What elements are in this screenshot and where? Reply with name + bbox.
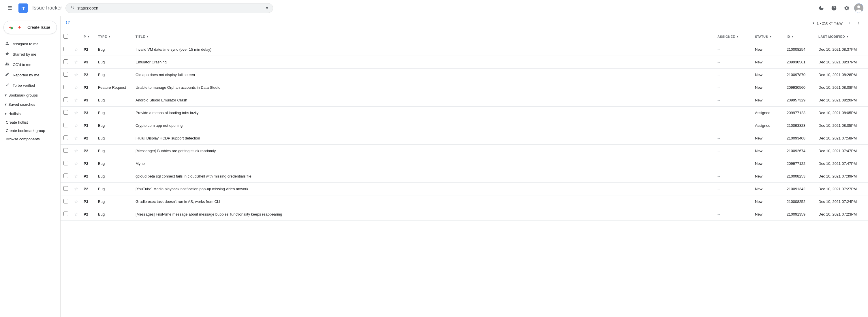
row-title-link[interactable]: Unable to manage Orphan accounts in Data… xyxy=(135,85,220,90)
row-star-button[interactable]: ☆ xyxy=(74,72,78,77)
sidebar-section-hotlists[interactable]: ▾ Hotlists xyxy=(0,109,60,118)
row-assignee-value: -- xyxy=(717,199,720,204)
row-assignee: -- xyxy=(715,43,753,56)
row-status: New xyxy=(753,68,784,81)
row-assignee-value: -- xyxy=(717,98,720,102)
row-star-cell: ☆ xyxy=(71,132,81,145)
row-title-link[interactable]: Android Studio Emulator Crash xyxy=(135,98,187,102)
row-star-button[interactable]: ☆ xyxy=(74,148,78,154)
row-checkbox[interactable] xyxy=(63,135,68,140)
row-checkbox[interactable] xyxy=(63,59,68,64)
row-type: Bug xyxy=(96,119,133,132)
row-star-button[interactable]: ☆ xyxy=(74,186,78,192)
row-star-button[interactable]: ☆ xyxy=(74,85,78,90)
th-type[interactable]: TYPE ▼ xyxy=(96,30,133,43)
table-row: ☆ P2 Bug [Messenger] Bubbles are getting… xyxy=(61,145,868,157)
row-star-button[interactable]: ☆ xyxy=(74,47,78,52)
th-title-label: TITLE xyxy=(135,35,145,38)
row-id: 210091359 xyxy=(784,208,816,220)
svg-text:IT: IT xyxy=(21,6,25,11)
row-title-link[interactable]: Emulator Crashing xyxy=(135,60,167,64)
search-dropdown-icon[interactable]: ▾ xyxy=(266,5,268,11)
row-star-button[interactable]: ☆ xyxy=(74,161,78,166)
row-checkbox[interactable] xyxy=(63,148,68,153)
row-star-button[interactable]: ☆ xyxy=(74,135,78,141)
search-input[interactable] xyxy=(77,6,264,10)
row-title-link[interactable]: [Messages] First-time message about mess… xyxy=(135,212,282,216)
row-star-button[interactable]: ☆ xyxy=(74,123,78,128)
row-priority: P3 xyxy=(81,195,96,208)
row-star-button[interactable]: ☆ xyxy=(74,173,78,179)
prev-page-button[interactable] xyxy=(845,19,854,28)
row-modified: Dec 10, 2021 07:47PM xyxy=(816,157,868,170)
sidebar-section-saved[interactable]: ▾ Saved searches xyxy=(0,100,60,109)
theme-toggle-button[interactable] xyxy=(816,3,827,13)
row-status-value: New xyxy=(755,149,763,153)
row-title-cell: [Messages] First-time message about mess… xyxy=(133,208,715,220)
th-modified[interactable]: LAST MODIFIED ▼ xyxy=(816,30,868,43)
sidebar-item-ccd[interactable]: CC'd to me xyxy=(0,59,57,70)
sidebar-item-starred[interactable]: Starred by me xyxy=(0,49,57,59)
row-star-cell: ☆ xyxy=(71,56,81,68)
create-issue-button[interactable]: + ◆ + Create Issue xyxy=(3,21,57,34)
row-title-link[interactable]: Gradle exec task doesn't run in AS, work… xyxy=(135,199,220,204)
row-title-link[interactable]: Crypto.com app not opening xyxy=(135,123,183,128)
row-title-link[interactable]: Myne xyxy=(135,161,145,166)
row-checkbox[interactable] xyxy=(63,97,68,102)
row-checkbox[interactable] xyxy=(63,161,68,165)
row-modified: Dec 10, 2021 08:05PM xyxy=(816,106,868,119)
row-title-link[interactable]: [Hulu] Display HCDP support detection xyxy=(135,136,200,140)
row-star-cell: ☆ xyxy=(71,43,81,56)
help-button[interactable] xyxy=(829,3,839,13)
row-star-button[interactable]: ☆ xyxy=(74,212,78,217)
sidebar-link-browse[interactable]: Browse components xyxy=(0,135,60,143)
sidebar: + ◆ + Create Issue Assigned to me xyxy=(0,16,61,317)
page-filter-btn[interactable]: ▾ xyxy=(813,21,814,25)
th-title[interactable]: TITLE ▼ xyxy=(133,30,715,43)
sidebar-link-create-bookmark[interactable]: Create bookmark group xyxy=(0,127,60,135)
th-priority[interactable]: P ▼ xyxy=(81,30,96,43)
th-id[interactable]: ID ▼ xyxy=(784,30,816,43)
row-checkbox[interactable] xyxy=(63,85,68,89)
row-id: 209957329 xyxy=(784,94,816,106)
row-id: 210093823 xyxy=(784,119,816,132)
sidebar-item-verified[interactable]: To be verified xyxy=(0,80,57,91)
sidebar-item-assigned[interactable]: Assigned to me xyxy=(0,39,57,49)
row-star-button[interactable]: ☆ xyxy=(74,59,78,65)
row-star-button[interactable]: ☆ xyxy=(74,97,78,103)
row-checkbox[interactable] xyxy=(63,72,68,77)
row-type: Bug xyxy=(96,208,133,220)
th-assignee[interactable]: ASSIGNEE ▼ xyxy=(715,30,753,43)
row-checkbox[interactable] xyxy=(63,173,68,178)
select-all-checkbox[interactable] xyxy=(63,34,68,39)
table-row: ☆ P2 Bug Invalid VM date/time sync (over… xyxy=(61,43,868,56)
th-status[interactable]: STATUS ▼ xyxy=(753,30,784,43)
refresh-button[interactable] xyxy=(65,20,70,27)
sidebar-section-bookmarks[interactable]: ▾ Bookmark groups xyxy=(0,91,60,100)
row-checkbox[interactable] xyxy=(63,123,68,127)
row-title-cell: gcloud beta sql connect fails in cloudSh… xyxy=(133,170,715,183)
sidebar-item-reported[interactable]: Reported by me xyxy=(0,70,57,80)
next-page-button[interactable] xyxy=(854,19,863,28)
row-checkbox[interactable] xyxy=(63,199,68,203)
settings-button[interactable] xyxy=(841,3,852,13)
row-checkbox[interactable] xyxy=(63,47,68,51)
row-title-link[interactable]: Invalid VM date/time sync (over 15 min d… xyxy=(135,47,211,52)
row-status-value: New xyxy=(755,199,763,204)
sidebar-link-create-hotlist[interactable]: Create hotlist xyxy=(0,118,60,127)
row-checkbox[interactable] xyxy=(63,186,68,191)
row-star-button[interactable]: ☆ xyxy=(74,199,78,204)
row-title-link[interactable]: [Messenger] Bubbles are getting stuck ra… xyxy=(135,149,216,153)
row-checkbox[interactable] xyxy=(63,110,68,115)
menu-icon[interactable]: ☰ xyxy=(5,3,15,13)
row-title-link[interactable]: [YouTube] Media playback notification po… xyxy=(135,187,248,191)
row-checkbox[interactable] xyxy=(63,212,68,216)
row-title-link[interactable]: Provide a means of loading tabs lazily xyxy=(135,110,198,115)
row-star-button[interactable]: ☆ xyxy=(74,110,78,116)
table-row: ☆ P2 Bug Old app does not display full s… xyxy=(61,68,868,81)
row-title-link[interactable]: Old app does not display full screen xyxy=(135,73,195,77)
row-type: Bug xyxy=(96,195,133,208)
row-modified: Dec 10, 2021 08:08PM xyxy=(816,81,868,94)
user-avatar[interactable] xyxy=(854,3,863,13)
row-title-link[interactable]: gcloud beta sql connect fails in cloudSh… xyxy=(135,174,251,179)
